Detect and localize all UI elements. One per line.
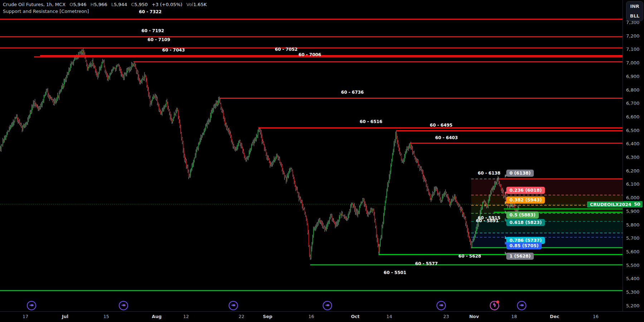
currency-button[interactable]: INR [626, 1, 643, 11]
time-tick-Dec: Dec [550, 314, 559, 319]
fib-badge-tail [505, 218, 508, 221]
symbol-title: Crude Oil Futures, 1h, MCX [3, 2, 65, 7]
fib-badge-tail [505, 201, 508, 205]
fib-badge-0.618[interactable]: 0.618 (5823) [506, 219, 545, 226]
sr-label: 60 - 7043 [162, 48, 185, 53]
sr-label: 60 - 6138 [478, 171, 500, 176]
change-value: +3 (+0.05%) [152, 2, 182, 7]
fib-badge-0[interactable]: 0 (6138) [506, 170, 534, 177]
fib-zone [471, 233, 623, 237]
fib-badge-0.5[interactable]: 0.5 (5883) [506, 211, 539, 219]
sr-label: 60 - 5891 [476, 218, 498, 223]
price-tick: 6,100 [626, 181, 639, 187]
contract-switch-marker-icon[interactable]: ↠ [436, 301, 446, 310]
sr-label: 60 - 5501 [384, 270, 406, 275]
price-tick: 7,100 [626, 47, 639, 52]
price-tick: 6,300 [626, 155, 639, 160]
time-tick-14: 14 [386, 314, 392, 319]
sr-label: 60 - 5577 [415, 261, 438, 266]
time-axis[interactable]: 17Jul15Aug1222Sep16Oct1423Nov18Dec16 [0, 311, 644, 322]
time-tick-16: 16 [308, 314, 314, 319]
time-tick-18: 18 [511, 314, 517, 319]
price-tick: 5,900 [626, 208, 639, 214]
time-tick-15: 15 [103, 314, 109, 319]
time-tick-23: 23 [443, 314, 449, 319]
price-tick: 6,800 [626, 87, 639, 92]
indicator-title: Support and Resistance [Cometreon] [3, 9, 89, 14]
sr-label: 60 - 7006 [298, 52, 321, 57]
time-tick-Nov: Nov [469, 314, 479, 319]
symbol-price-tag[interactable]: CRUDEOILX2024 [587, 201, 634, 208]
price-tick: 6,900 [626, 73, 639, 79]
sr-label: 60 - 6516 [360, 119, 382, 124]
high-value: 5,966 [94, 2, 107, 7]
price-tick: 5,400 [626, 276, 639, 281]
price-tick: 5,700 [626, 235, 639, 241]
sr-label: 60 - 6736 [341, 90, 364, 95]
time-tick-Jul: Jul [62, 314, 68, 319]
time-tick-22: 22 [239, 314, 244, 319]
contract-switch-marker-icon[interactable]: ↠ [229, 301, 238, 310]
price-tick: 7,200 [626, 33, 639, 38]
price-tick: 6,600 [626, 114, 639, 119]
price-tick: 5,600 [626, 249, 639, 254]
volume-value: 1.65K [193, 2, 206, 7]
sr-label: 60 - 7052 [275, 47, 297, 52]
price-tick: 6,000 [626, 195, 639, 200]
fib-badge-0.236[interactable]: 0.236 (6018) [506, 187, 545, 194]
chart-legend: Crude Oil Futures, 1h, MCX O5,946 H5,966… [3, 1, 207, 15]
candles [0, 48, 519, 260]
close-value: 5,950 [135, 2, 148, 7]
close-label: C [131, 2, 135, 7]
fib-zone [471, 237, 623, 248]
sr-label: 60 - 6495 [430, 123, 452, 128]
contract-switch-marker-icon[interactable]: ↠ [27, 301, 36, 310]
fib-badge-tail [505, 236, 508, 239]
fib-badge-tail [505, 192, 508, 195]
time-tick-Sep: Sep [263, 314, 272, 319]
fib-badge-0.382[interactable]: 0.382 (5943) [506, 196, 545, 204]
legend-symbol-row[interactable]: Crude Oil Futures, 1h, MCX O5,946 H5,966… [3, 1, 207, 8]
fib-badge-0.85[interactable]: 0.85 (5705) [506, 242, 542, 249]
lightning-marker-icon[interactable]: ϟ [490, 301, 499, 310]
notification-dot [496, 301, 499, 303]
price-tick: 6,500 [626, 127, 639, 133]
open-label: O [69, 2, 73, 7]
price-tick: 6,400 [626, 141, 639, 146]
fib-badge-tail [505, 210, 508, 214]
sr-label: 60 - 6403 [435, 135, 458, 140]
unit-toggle-box: INR BLL [626, 1, 643, 21]
sr-label: 60 - 7109 [147, 37, 170, 42]
legend-indicator-row[interactable]: Support and Resistance [Cometreon] [3, 8, 207, 15]
fib-badge-1[interactable]: 1 (5628) [506, 253, 534, 260]
contract-switch-marker-icon[interactable]: ↠ [119, 301, 128, 310]
sr-label: 60 - 7192 [141, 28, 164, 33]
open-value: 5,946 [73, 2, 86, 7]
fib-badge-tail [505, 175, 508, 178]
fib-badge-tail [505, 252, 508, 255]
fib-badge-tail [505, 241, 508, 244]
contract-switch-marker-icon[interactable]: ↠ [323, 301, 332, 310]
time-tick-16: 16 [593, 314, 599, 319]
high-label: H [91, 2, 94, 7]
unit-button[interactable]: BLL [626, 11, 643, 21]
price-axis[interactable]: INR BLL 5,950 5,2005,3005,4005,5005,6005… [623, 0, 644, 311]
low-value: 5,944 [114, 2, 127, 7]
contract-switch-marker-icon[interactable]: ↠ [517, 301, 526, 310]
sr-label: 60 - 5628 [458, 254, 481, 259]
price-tick: 6,200 [626, 168, 639, 173]
chart-canvas[interactable]: 0 (6138)0.236 (6018)0.382 (5943)0.5 (588… [0, 0, 623, 311]
time-tick-Oct: Oct [351, 314, 360, 319]
price-tick: 5,300 [626, 289, 639, 295]
price-tick: 5,800 [626, 222, 639, 227]
time-tick-17: 17 [23, 314, 28, 319]
price-tick: 6,700 [626, 101, 639, 106]
volume-label: Vol [186, 2, 193, 7]
price-tick: 5,500 [626, 262, 639, 268]
time-tick-12: 12 [183, 314, 189, 319]
chart-svg [0, 0, 623, 311]
price-tick: 5,200 [626, 303, 639, 308]
price-tick: 7,000 [626, 60, 639, 65]
trading-chart-app: 0 (6138)0.236 (6018)0.382 (5943)0.5 (588… [0, 0, 644, 322]
time-tick-Aug: Aug [152, 314, 162, 319]
